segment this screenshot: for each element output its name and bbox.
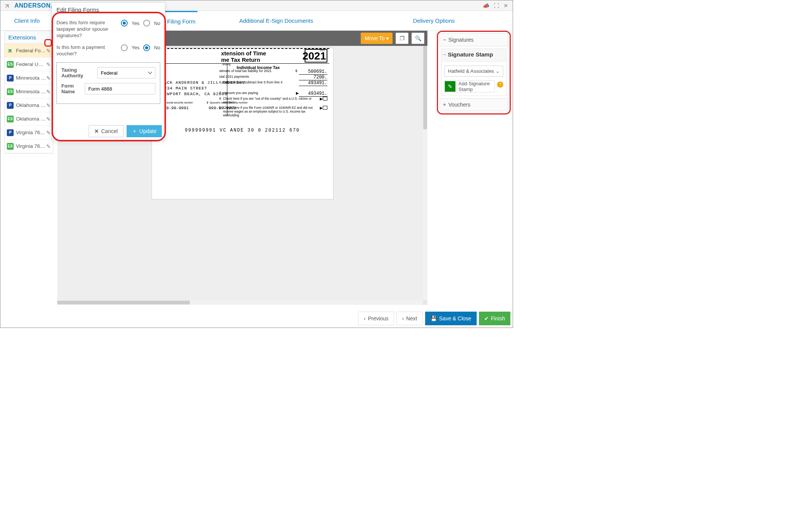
save-icon: 💾 xyxy=(430,315,437,321)
ext-row-label: Federal US 1040-ES xyxy=(16,61,46,67)
scrollbar-thumb[interactable] xyxy=(423,46,427,129)
ext-row-label: Minnesota MN 1040 Exte… xyxy=(16,75,46,81)
ext-row-label: Minnesota EST xyxy=(16,89,46,94)
q2-yes-radio[interactable] xyxy=(121,44,128,51)
tab-delivery-options[interactable]: Delivery Options xyxy=(355,11,513,30)
search-icon[interactable]: 🔍 xyxy=(411,33,424,44)
p-badge-icon: P xyxy=(7,75,14,82)
previous-label: Previous xyxy=(368,315,388,321)
taxing-authority-label: Taxing Authority xyxy=(61,67,97,78)
close-icon[interactable]: ✕ xyxy=(504,3,508,9)
signer-select[interactable]: Hatfield & Associates ⌄ xyxy=(444,66,503,77)
q2-no-radio[interactable] xyxy=(143,44,150,51)
plus-icon: ＋ xyxy=(132,128,137,135)
ssn-header-1: Your social security number xyxy=(160,101,193,104)
ext-row-mn-est[interactable]: ES Minnesota EST ✎ xyxy=(5,85,53,99)
edit-icon[interactable]: ✎ xyxy=(46,89,51,95)
omb-small: 1019 xyxy=(319,49,324,52)
edit-icon[interactable]: ✎ xyxy=(46,75,51,81)
yes-label: Yes xyxy=(131,20,139,26)
update-button[interactable]: ＋Update xyxy=(127,125,162,137)
rocket-icon: ✈ xyxy=(3,0,13,10)
vertical-scrollbar[interactable] xyxy=(423,46,427,300)
previous-button[interactable]: ‹Previous xyxy=(358,312,394,325)
ssn-header-2: Spouse's social security number xyxy=(210,101,247,104)
edit-icon[interactable]: ✎ xyxy=(46,116,51,122)
edit-icon[interactable]: ✎ xyxy=(46,48,51,54)
ext-row-va-760es[interactable]: ES Virginia 760ES ✎ xyxy=(5,140,53,153)
add-signature-stamp-button[interactable]: ✎ Add Signature Stamp xyxy=(444,80,495,93)
form-name-label: Form Name xyxy=(61,83,85,94)
help-icon[interactable]: ? xyxy=(497,82,503,88)
ext-row-ok-504i[interactable]: P Oklahoma 504-I ✎ xyxy=(5,99,53,112)
chevron-right-icon: › xyxy=(402,315,404,321)
form-year: 2021 xyxy=(302,50,326,62)
scrollbar-thumb[interactable] xyxy=(57,301,190,304)
ext-row-label: Oklahoma OW-8-ES xyxy=(16,116,46,122)
add-signature-label: Add Signature Stamp xyxy=(455,81,494,92)
requires-signatures-question: Does this form require taxpayer and/or s… xyxy=(56,20,121,39)
arrow-icon: ▶ xyxy=(296,91,299,97)
edit-icon[interactable]: ✎ xyxy=(46,102,51,108)
form-details-box: Taxing Authority Federal Form Name xyxy=(56,62,160,104)
ext-row-federal-1040es[interactable]: ES Federal US 1040-ES ✎ xyxy=(5,58,53,71)
ext-row-federal-4868[interactable]: ✈ Federal Form 4868 ✎ xyxy=(5,44,53,58)
horizontal-scrollbar[interactable] xyxy=(57,300,423,305)
signer-selected-label: Hatfield & Associates xyxy=(448,68,494,74)
taxpayer-addr1: 1234 MAIN STREET xyxy=(161,86,208,91)
es-badge-icon: ES xyxy=(7,116,14,122)
edit-icon[interactable]: ✎ xyxy=(46,143,51,149)
checkbox xyxy=(323,97,327,100)
next-label: Next xyxy=(406,315,417,321)
taxing-authority-select[interactable]: Federal xyxy=(97,67,155,78)
tab-additional-esign[interactable]: Additional E-Sign Documents xyxy=(197,11,355,30)
update-label: Update xyxy=(139,128,156,134)
tab-client-info[interactable]: Client Info xyxy=(0,11,53,30)
ext-row-label: Oklahoma 504-I xyxy=(16,102,46,108)
form-footer-code: 999999991 VC ANDE 30 0 202112 670 xyxy=(152,128,333,133)
finish-button[interactable]: ✔Finish xyxy=(479,312,510,325)
ext-row-mn-1040[interactable]: P Minnesota MN 1040 Exte… ✎ xyxy=(5,71,53,85)
q1-yes-radio[interactable] xyxy=(121,20,128,27)
ssn-1: 999-99-9991 xyxy=(161,106,189,110)
next-button[interactable]: ›Next xyxy=(396,312,422,325)
p-badge-icon: P xyxy=(7,102,14,109)
tab-client-info-label: Client Info xyxy=(14,17,40,24)
taxpayer-name: JACK ANDERSON & JILL ANDERSON xyxy=(161,80,245,85)
line7-value: 493491. xyxy=(299,91,327,97)
chevron-down-icon: ⌄ xyxy=(496,68,500,74)
p-badge-icon: P xyxy=(7,129,14,136)
signatures-accordion-header[interactable]: −Signatures xyxy=(440,33,508,46)
ext-row-label: Federal Form 4868 xyxy=(16,48,46,53)
line5-value: 7200. xyxy=(299,75,327,80)
line4-value: 500691. xyxy=(299,69,327,75)
edit-icon[interactable]: ✎ xyxy=(46,61,51,67)
announce-icon[interactable]: 📣 xyxy=(483,3,489,9)
save-and-close-button[interactable]: 💾Save & Close xyxy=(425,312,477,325)
save-close-label: Save & Close xyxy=(439,315,471,321)
move-to-button[interactable]: Move To ▾ xyxy=(361,33,393,44)
fullscreen-icon[interactable]: ⛶ xyxy=(494,3,499,9)
ext-row-va-760ip[interactable]: P Virginia 760IP ✎ xyxy=(5,126,53,140)
bottom-action-bar: ‹Previous ›Next 💾Save & Close ✔Finish xyxy=(358,312,510,325)
tab-delivery-label: Delivery Options xyxy=(413,17,455,24)
extensions-pane: Extensions ✈ Federal Form 4868 ✎ ES Fede… xyxy=(4,31,53,154)
scroll-corner xyxy=(423,300,427,305)
vouchers-accordion-header[interactable]: +Vouchers xyxy=(440,98,508,111)
es-badge-icon: ES xyxy=(7,61,14,68)
form-name-input[interactable] xyxy=(85,83,155,94)
edit-icon[interactable]: ✎ xyxy=(46,130,51,136)
q1-no-radio[interactable] xyxy=(143,20,150,27)
tab-filing-form-label: Filing Form xyxy=(167,18,196,25)
tab-filing-form[interactable]: Filing Form xyxy=(165,11,197,30)
header-right-icons: 📣 ⛶ ✕ xyxy=(483,3,508,9)
arrow-icon: ▶ xyxy=(320,106,323,117)
ext-row-ok-ow8es[interactable]: ES Oklahoma OW-8-ES ✎ xyxy=(5,112,53,126)
checkbox xyxy=(323,106,327,110)
multipage-icon[interactable]: ❐ xyxy=(396,33,408,44)
cancel-button[interactable]: ✕Cancel xyxy=(89,125,124,137)
es-badge-icon: ES xyxy=(7,88,14,95)
signature-stamp-header: − Signature Stamp xyxy=(441,49,506,62)
ssn-2: 999-99-9992 xyxy=(209,106,236,110)
chevron-left-icon: ‹ xyxy=(364,315,366,321)
